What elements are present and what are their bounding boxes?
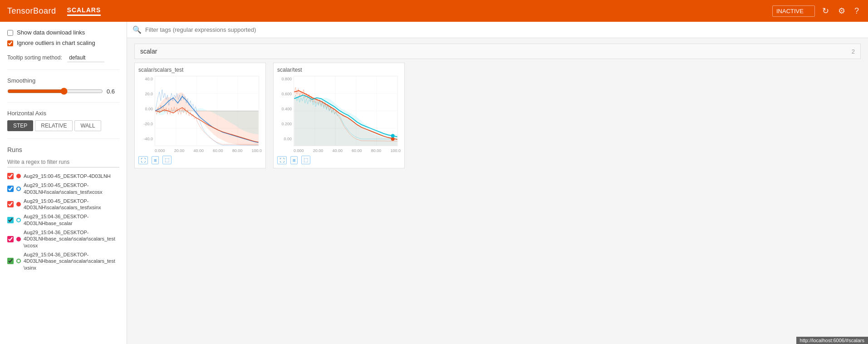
chart2-expand-btn[interactable]: ⛶: [277, 156, 287, 164]
divider-3: [7, 138, 119, 139]
run-item: Aug29_15:00-45_DESKTOP-4D03LNH\scalar\sc…: [7, 182, 119, 195]
run1-circle: [16, 174, 21, 178]
h-axis-section: Horizontal Axis STEP RELATIVE WALL: [7, 110, 119, 131]
help-button[interactable]: ?: [853, 5, 861, 18]
axis-buttons: STEP RELATIVE WALL: [7, 120, 119, 131]
status-url: http://localhost:6006/#scalars: [800, 338, 864, 343]
run6-checkbox[interactable]: [7, 258, 14, 264]
run6-label: Aug29_15:04-36_DESKTOP-4D03LNHbase_scala…: [24, 251, 115, 271]
runs-label: Runs: [7, 146, 119, 153]
chart2-wrapper: 0.800 0.600 0.400 0.200 0.00: [277, 76, 401, 147]
header-right: INACTIVE ACTIVE ↻ ⚙ ?: [772, 4, 861, 18]
section-title: scalar: [140, 48, 852, 55]
chart1-expand-btn[interactable]: ⛶: [138, 156, 148, 164]
run-item: Aug29_15:00-45_DESKTOP-4D03LNH: [7, 173, 119, 179]
run3-label: Aug29_15:00-45_DESKTOP-4D03LNH\scalar\sc…: [24, 198, 101, 211]
refresh-button[interactable]: ↻: [820, 4, 831, 18]
divider-1: [7, 69, 119, 70]
sidebar: Show data download links Ignore outliers…: [0, 22, 127, 344]
chart-card-1: scalar/scalars_test 40.0 20.0 0.00 -20.0…: [134, 63, 266, 168]
run1-checkbox[interactable]: [7, 173, 14, 179]
header: TensorBoard SCALARS INACTIVE ACTIVE ↻ ⚙ …: [0, 0, 868, 22]
run3-circle: [16, 202, 21, 206]
section-header[interactable]: scalar 2: [134, 44, 861, 59]
chart1-lines-btn[interactable]: ≡: [152, 156, 159, 164]
run1-label: Aug29_15:00-45_DESKTOP-4D03LNH: [24, 173, 111, 179]
main-content: 🔍 scalar 2 scalar/scalars_test 40.0 20.0…: [127, 22, 868, 344]
smoothing-value: 0.6: [107, 88, 119, 95]
chart2-lines-btn[interactable]: ≡: [290, 156, 298, 164]
chart1-svg-area: [155, 76, 259, 147]
chart2-download-btn[interactable]: ⬚: [301, 156, 310, 164]
show-data-links-label: Show data download links: [17, 29, 85, 36]
run3-checkbox[interactable]: [7, 201, 14, 207]
show-data-links-row: Show data download links: [7, 29, 119, 36]
settings-button[interactable]: ⚙: [836, 4, 847, 18]
smoothing-slider[interactable]: [7, 88, 103, 95]
run-item: Aug29_15:04-36_DESKTOP-4D03LNHbase_scala…: [7, 251, 119, 271]
filter-input[interactable]: [145, 26, 863, 33]
chart1-wrapper: 40.0 20.0 0.00 -20.0 -40.0: [138, 76, 262, 147]
run5-checkbox[interactable]: [7, 236, 14, 242]
show-data-links-checkbox[interactable]: [7, 30, 13, 36]
ignore-outliers-checkbox[interactable]: [7, 40, 13, 46]
axis-btn-step[interactable]: STEP: [7, 120, 33, 131]
run4-label: Aug29_15:04-36_DESKTOP-4D03LNHbase_scala…: [24, 213, 89, 226]
axis-btn-wall[interactable]: WALL: [74, 120, 101, 131]
chart2-svg-area: [294, 76, 398, 147]
app-body: Show data download links Ignore outliers…: [0, 22, 868, 344]
run-item: Aug29_15:04-36_DESKTOP-4D03LNHbase_scala…: [7, 229, 119, 249]
chart2-svg: [294, 76, 398, 146]
chart1-actions: ⛶ ≡ ⬚: [138, 156, 262, 164]
search-icon: 🔍: [132, 25, 142, 34]
tooltip-method-select[interactable]: default ascending descending nearest: [67, 54, 104, 62]
chart1-y-axis: 40.0 20.0 0.00 -20.0 -40.0: [138, 76, 155, 147]
chart2-actions: ⛶ ≡ ⬚: [277, 156, 401, 164]
tooltip-method-label: Tooltip sorting method:: [7, 54, 62, 61]
run5-label: Aug29_15:04-36_DESKTOP-4D03LNHbase_scala…: [24, 229, 115, 249]
run-item: Aug29_15:00-45_DESKTOP-4D03LNH\scalar\sc…: [7, 198, 119, 211]
axis-btn-relative[interactable]: RELATIVE: [35, 120, 73, 131]
smoothing-section: Smoothing 0.6: [7, 77, 119, 95]
run4-circle: [16, 218, 21, 222]
runs-filter-input[interactable]: [7, 157, 119, 167]
chart1-x-axis: 0.00020.0040.0060.0080.00100.0: [138, 148, 262, 153]
section-count: 2: [852, 48, 855, 55]
filter-bar: 🔍: [127, 22, 868, 38]
run2-circle: [16, 187, 21, 191]
chart2-y-axis: 0.800 0.600 0.400 0.200 0.00: [277, 76, 294, 147]
section-scalar: scalar 2 scalar/scalars_test 40.0 20.0 0…: [134, 44, 861, 168]
status-bar: http://localhost:6006/#scalars: [796, 337, 868, 344]
nav-tab-scalars[interactable]: SCALARS: [67, 6, 101, 16]
ignore-outliers-label: Ignore outliers in chart scaling: [17, 39, 95, 46]
run6-circle: [16, 259, 21, 263]
h-axis-label: Horizontal Axis: [7, 110, 119, 117]
tooltip-method-section: Tooltip sorting method: default ascendin…: [7, 54, 119, 62]
chart2-title: scalar/test: [277, 67, 401, 73]
app-logo: TensorBoard: [7, 6, 56, 16]
smoothing-label: Smoothing: [7, 77, 119, 84]
smoothing-row: 0.6: [7, 88, 119, 95]
status-select[interactable]: INACTIVE ACTIVE: [772, 5, 815, 17]
svg-point-18: [391, 137, 395, 141]
chart-card-2: scalar/test 0.800 0.600 0.400 0.200 0.00: [273, 63, 405, 168]
svg-point-19: [391, 134, 395, 138]
run-item: Aug29_15:04-36_DESKTOP-4D03LNHbase_scala…: [7, 213, 119, 226]
ignore-outliers-row: Ignore outliers in chart scaling: [7, 39, 119, 46]
charts-row: scalar/scalars_test 40.0 20.0 0.00 -20.0…: [134, 63, 861, 168]
divider-2: [7, 102, 119, 103]
chart1-svg: [155, 76, 259, 146]
run5-circle: [16, 237, 21, 241]
run2-checkbox[interactable]: [7, 186, 14, 192]
chart1-download-btn[interactable]: ⬚: [162, 156, 172, 164]
chart1-title: scalar/scalars_test: [138, 67, 262, 73]
chart2-x-axis: 0.00020.0040.0060.0080.00100.0: [277, 148, 401, 153]
run4-checkbox[interactable]: [7, 217, 14, 223]
run2-label: Aug29_15:00-45_DESKTOP-4D03LNH\scalar\sc…: [24, 182, 103, 195]
